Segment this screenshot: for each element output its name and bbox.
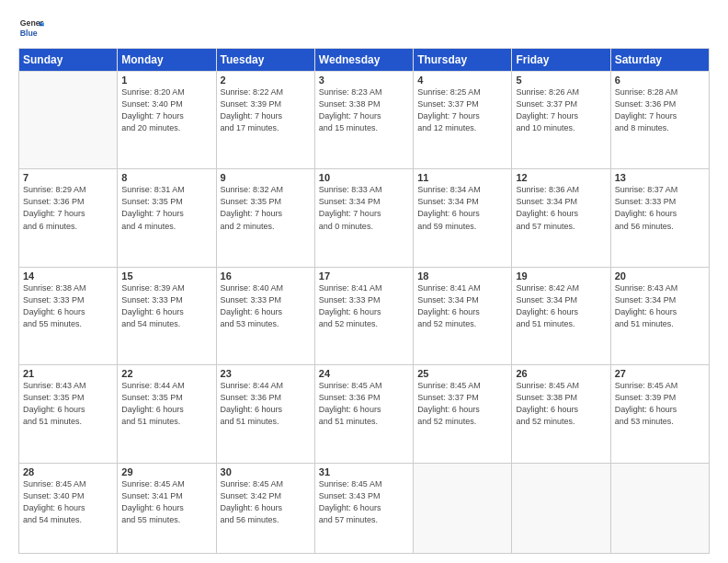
calendar-cell: 31Sunrise: 8:45 AM Sunset: 3:43 PM Dayli… <box>314 463 413 554</box>
logo-icon: General Blue <box>18 15 44 40</box>
day-info: Sunrise: 8:25 AM Sunset: 3:37 PM Dayligh… <box>417 86 507 134</box>
day-info: Sunrise: 8:33 AM Sunset: 3:34 PM Dayligh… <box>319 184 409 232</box>
day-info: Sunrise: 8:22 AM Sunset: 3:39 PM Dayligh… <box>221 86 311 134</box>
day-number: 11 <box>417 172 507 183</box>
day-info: Sunrise: 8:28 AM Sunset: 3:36 PM Dayligh… <box>615 86 705 134</box>
calendar-cell: 27Sunrise: 8:45 AM Sunset: 3:39 PM Dayli… <box>610 365 709 463</box>
day-number: 20 <box>615 270 705 282</box>
week-row-4: 28Sunrise: 8:45 AM Sunset: 3:40 PM Dayli… <box>19 463 710 554</box>
day-info: Sunrise: 8:36 AM Sunset: 3:34 PM Dayligh… <box>516 184 606 232</box>
calendar-cell: 13Sunrise: 8:37 AM Sunset: 3:33 PM Dayli… <box>610 169 709 267</box>
calendar-cell: 21Sunrise: 8:43 AM Sunset: 3:35 PM Dayli… <box>19 365 118 463</box>
weekday-header-monday: Monday <box>118 49 216 72</box>
weekday-header-sunday: Sunday <box>19 49 118 72</box>
day-number: 1 <box>121 75 211 86</box>
day-number: 8 <box>121 172 211 183</box>
day-info: Sunrise: 8:44 AM Sunset: 3:36 PM Dayligh… <box>221 380 311 428</box>
day-number: 2 <box>221 75 311 86</box>
calendar-cell: 7Sunrise: 8:29 AM Sunset: 3:36 PM Daylig… <box>19 169 118 267</box>
day-number: 6 <box>615 75 705 86</box>
day-number: 27 <box>615 368 705 379</box>
day-number: 12 <box>516 172 606 183</box>
day-info: Sunrise: 8:40 AM Sunset: 3:33 PM Dayligh… <box>221 282 311 330</box>
calendar-cell: 5Sunrise: 8:26 AM Sunset: 3:37 PM Daylig… <box>512 72 610 169</box>
day-number: 13 <box>615 172 705 183</box>
weekday-header-row: SundayMondayTuesdayWednesdayThursdayFrid… <box>19 49 710 72</box>
calendar-cell: 15Sunrise: 8:39 AM Sunset: 3:33 PM Dayli… <box>118 267 216 364</box>
day-info: Sunrise: 8:45 AM Sunset: 3:42 PM Dayligh… <box>221 478 311 526</box>
day-number: 16 <box>221 270 311 282</box>
day-info: Sunrise: 8:41 AM Sunset: 3:34 PM Dayligh… <box>417 282 507 330</box>
day-info: Sunrise: 8:20 AM Sunset: 3:40 PM Dayligh… <box>121 86 211 134</box>
week-row-2: 14Sunrise: 8:38 AM Sunset: 3:33 PM Dayli… <box>19 267 710 364</box>
calendar-cell: 26Sunrise: 8:45 AM Sunset: 3:38 PM Dayli… <box>512 365 610 463</box>
day-info: Sunrise: 8:44 AM Sunset: 3:35 PM Dayligh… <box>121 380 211 428</box>
day-number: 21 <box>23 368 113 379</box>
day-info: Sunrise: 8:45 AM Sunset: 3:41 PM Dayligh… <box>121 478 211 526</box>
weekday-header-wednesday: Wednesday <box>314 49 413 72</box>
calendar-cell: 10Sunrise: 8:33 AM Sunset: 3:34 PM Dayli… <box>314 169 413 267</box>
day-number: 3 <box>319 75 409 86</box>
day-number: 4 <box>417 75 507 86</box>
week-row-1: 7Sunrise: 8:29 AM Sunset: 3:36 PM Daylig… <box>19 169 710 267</box>
day-number: 30 <box>221 466 311 477</box>
day-number: 9 <box>221 172 311 183</box>
calendar-table: SundayMondayTuesdayWednesdayThursdayFrid… <box>18 48 710 554</box>
day-info: Sunrise: 8:23 AM Sunset: 3:38 PM Dayligh… <box>319 86 409 134</box>
calendar-cell: 2Sunrise: 8:22 AM Sunset: 3:39 PM Daylig… <box>216 72 314 169</box>
calendar-cell: 23Sunrise: 8:44 AM Sunset: 3:36 PM Dayli… <box>216 365 314 463</box>
day-info: Sunrise: 8:45 AM Sunset: 3:39 PM Dayligh… <box>615 380 705 428</box>
svg-text:Blue: Blue <box>20 29 38 38</box>
calendar-cell: 28Sunrise: 8:45 AM Sunset: 3:40 PM Dayli… <box>19 463 118 554</box>
day-info: Sunrise: 8:26 AM Sunset: 3:37 PM Dayligh… <box>516 86 606 134</box>
day-number: 23 <box>221 368 311 379</box>
day-number: 19 <box>516 270 606 282</box>
day-info: Sunrise: 8:43 AM Sunset: 3:34 PM Dayligh… <box>615 282 705 330</box>
weekday-header-saturday: Saturday <box>610 49 709 72</box>
day-number: 5 <box>516 75 606 86</box>
day-number: 26 <box>516 368 606 379</box>
weekday-header-tuesday: Tuesday <box>216 49 314 72</box>
day-info: Sunrise: 8:45 AM Sunset: 3:37 PM Dayligh… <box>417 380 507 428</box>
calendar-cell: 8Sunrise: 8:31 AM Sunset: 3:35 PM Daylig… <box>118 169 216 267</box>
day-info: Sunrise: 8:37 AM Sunset: 3:33 PM Dayligh… <box>615 184 705 232</box>
day-number: 29 <box>121 466 211 477</box>
calendar-cell: 30Sunrise: 8:45 AM Sunset: 3:42 PM Dayli… <box>216 463 314 554</box>
calendar-cell: 3Sunrise: 8:23 AM Sunset: 3:38 PM Daylig… <box>314 72 413 169</box>
weekday-header-thursday: Thursday <box>414 49 512 72</box>
calendar-cell: 12Sunrise: 8:36 AM Sunset: 3:34 PM Dayli… <box>512 169 610 267</box>
day-info: Sunrise: 8:38 AM Sunset: 3:33 PM Dayligh… <box>23 282 113 330</box>
day-info: Sunrise: 8:45 AM Sunset: 3:40 PM Dayligh… <box>23 478 113 526</box>
calendar-cell: 19Sunrise: 8:42 AM Sunset: 3:34 PM Dayli… <box>512 267 610 364</box>
calendar-cell: 1Sunrise: 8:20 AM Sunset: 3:40 PM Daylig… <box>118 72 216 169</box>
day-number: 22 <box>121 368 211 379</box>
day-info: Sunrise: 8:39 AM Sunset: 3:33 PM Dayligh… <box>121 282 211 330</box>
day-number: 25 <box>417 368 507 379</box>
calendar-cell: 29Sunrise: 8:45 AM Sunset: 3:41 PM Dayli… <box>118 463 216 554</box>
calendar-cell <box>414 463 512 554</box>
day-info: Sunrise: 8:45 AM Sunset: 3:38 PM Dayligh… <box>516 380 606 428</box>
day-info: Sunrise: 8:29 AM Sunset: 3:36 PM Dayligh… <box>23 184 113 232</box>
calendar-cell: 22Sunrise: 8:44 AM Sunset: 3:35 PM Dayli… <box>118 365 216 463</box>
day-number: 24 <box>319 368 409 379</box>
calendar-cell: 9Sunrise: 8:32 AM Sunset: 3:35 PM Daylig… <box>216 169 314 267</box>
calendar-cell <box>610 463 709 554</box>
header: General Blue <box>18 15 710 40</box>
day-info: Sunrise: 8:45 AM Sunset: 3:43 PM Dayligh… <box>319 478 409 526</box>
calendar-page: General Blue SundayMondayTuesdayWednesda… <box>0 0 728 563</box>
calendar-cell: 18Sunrise: 8:41 AM Sunset: 3:34 PM Dayli… <box>414 267 512 364</box>
calendar-cell: 4Sunrise: 8:25 AM Sunset: 3:37 PM Daylig… <box>414 72 512 169</box>
day-info: Sunrise: 8:41 AM Sunset: 3:33 PM Dayligh… <box>319 282 409 330</box>
calendar-cell: 16Sunrise: 8:40 AM Sunset: 3:33 PM Dayli… <box>216 267 314 364</box>
day-number: 31 <box>319 466 409 477</box>
calendar-cell: 6Sunrise: 8:28 AM Sunset: 3:36 PM Daylig… <box>610 72 709 169</box>
day-number: 17 <box>319 270 409 282</box>
day-info: Sunrise: 8:43 AM Sunset: 3:35 PM Dayligh… <box>23 380 113 428</box>
calendar-cell: 17Sunrise: 8:41 AM Sunset: 3:33 PM Dayli… <box>314 267 413 364</box>
calendar-cell: 25Sunrise: 8:45 AM Sunset: 3:37 PM Dayli… <box>414 365 512 463</box>
day-number: 10 <box>319 172 409 183</box>
day-number: 15 <box>121 270 211 282</box>
day-number: 28 <box>23 466 113 477</box>
week-row-0: 1Sunrise: 8:20 AM Sunset: 3:40 PM Daylig… <box>19 72 710 169</box>
day-number: 7 <box>23 172 113 183</box>
